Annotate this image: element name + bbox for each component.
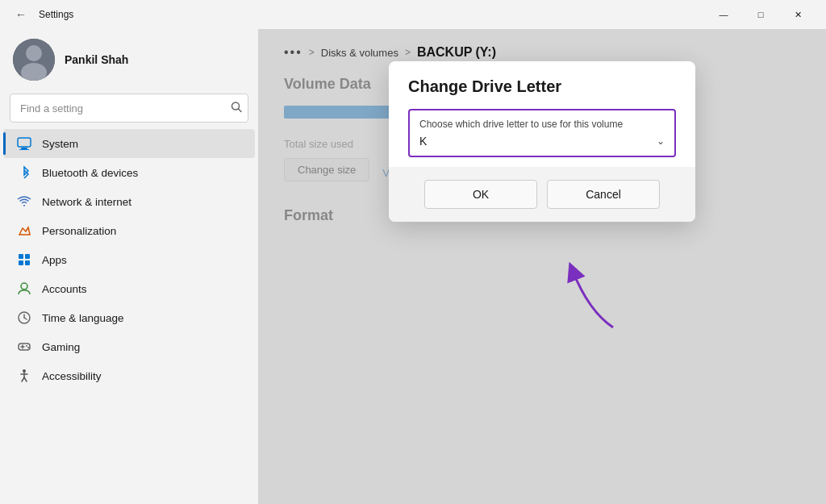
content-area: ••• > Disks & volumes > BACKUP (Y:) Volu… (258, 29, 826, 504)
svg-rect-11 (25, 260, 30, 265)
sidebar: Pankil Shah (0, 29, 258, 504)
title-bar-left: ← Settings (10, 3, 73, 26)
sidebar-item-personalization[interactable]: Personalization (3, 216, 255, 245)
sidebar-item-accounts[interactable]: Accounts (3, 274, 255, 303)
svg-point-12 (21, 283, 27, 289)
sidebar-item-network[interactable]: Network & internet (3, 187, 255, 216)
dialog-label: Choose which drive letter to use for thi… (419, 119, 665, 130)
user-profile[interactable]: Pankil Shah (0, 29, 258, 94)
settings-window: ← Settings — □ ✕ (0, 0, 826, 504)
nav-label-gaming: Gaming (42, 341, 80, 353)
search-input[interactable] (10, 94, 248, 123)
sidebar-item-bluetooth[interactable]: Bluetooth & devices (3, 158, 255, 187)
apps-icon (16, 252, 32, 268)
nav-label-bluetooth: Bluetooth & devices (42, 167, 138, 179)
svg-rect-9 (25, 254, 30, 259)
svg-line-24 (22, 377, 24, 381)
svg-rect-6 (21, 148, 27, 149)
personalization-icon (16, 223, 32, 239)
nav-label-system: System (42, 138, 78, 150)
svg-point-20 (27, 347, 29, 348)
nav-label-network: Network & internet (42, 196, 131, 208)
nav-label-apps: Apps (42, 254, 67, 266)
chevron-down-icon: ⌄ (657, 135, 665, 147)
nav-label-accounts: Accounts (42, 283, 87, 295)
svg-point-21 (23, 369, 26, 373)
svg-line-4 (239, 109, 242, 112)
window-controls: — □ ✕ (705, 2, 816, 27)
ok-button[interactable]: OK (424, 180, 537, 209)
svg-rect-5 (18, 138, 31, 147)
svg-line-25 (24, 377, 27, 381)
avatar-image (13, 39, 55, 81)
network-icon (16, 194, 32, 210)
svg-rect-7 (19, 149, 29, 150)
modal-overlay: Change Drive Letter Choose which drive l… (258, 29, 826, 504)
search-box (10, 94, 248, 123)
sidebar-item-gaming[interactable]: Gaming (3, 332, 255, 361)
accounts-icon (16, 281, 32, 297)
minimize-button[interactable]: — (705, 2, 742, 27)
main-layout: Pankil Shah (0, 29, 826, 504)
drive-letter-select-wrap[interactable]: Choose which drive letter to use for thi… (408, 109, 676, 157)
select-row: K D E F G H I J L ⌄ (419, 135, 665, 148)
svg-line-15 (24, 318, 27, 319)
title-bar: ← Settings — □ ✕ (0, 0, 826, 29)
system-icon (16, 135, 32, 152)
svg-rect-10 (19, 260, 23, 265)
dialog-footer: OK Cancel (389, 167, 695, 222)
cancel-button[interactable]: Cancel (547, 180, 660, 209)
sidebar-item-accessibility[interactable]: Accessibility (3, 361, 255, 390)
svg-point-19 (26, 345, 27, 347)
sidebar-item-system[interactable]: System (3, 129, 255, 158)
svg-point-1 (26, 45, 42, 61)
nav-label-personalization: Personalization (42, 225, 116, 237)
user-name: Pankil Shah (65, 53, 128, 66)
sidebar-item-apps[interactable]: Apps (3, 245, 255, 274)
sidebar-item-time[interactable]: Time & language (3, 303, 255, 332)
gaming-icon (16, 339, 32, 355)
arrow-annotation (549, 247, 645, 344)
svg-rect-8 (19, 254, 23, 259)
avatar (13, 39, 55, 81)
nav-list: System Bluetooth & devices (0, 129, 258, 498)
search-icon (231, 102, 242, 115)
time-icon (16, 310, 32, 326)
drive-letter-select[interactable]: K D E F G H I J L (419, 135, 657, 148)
bluetooth-icon (16, 165, 32, 181)
dialog-header: Change Drive Letter Choose which drive l… (389, 61, 695, 167)
change-drive-letter-dialog: Change Drive Letter Choose which drive l… (389, 61, 695, 222)
close-button[interactable]: ✕ (779, 2, 816, 27)
dialog-title: Change Drive Letter (408, 77, 676, 96)
nav-label-time: Time & language (42, 312, 124, 324)
nav-label-accessibility: Accessibility (42, 370, 102, 382)
maximize-button[interactable]: □ (742, 2, 779, 27)
app-title: Settings (39, 9, 73, 20)
back-button[interactable]: ← (10, 3, 32, 26)
accessibility-icon (16, 368, 32, 384)
